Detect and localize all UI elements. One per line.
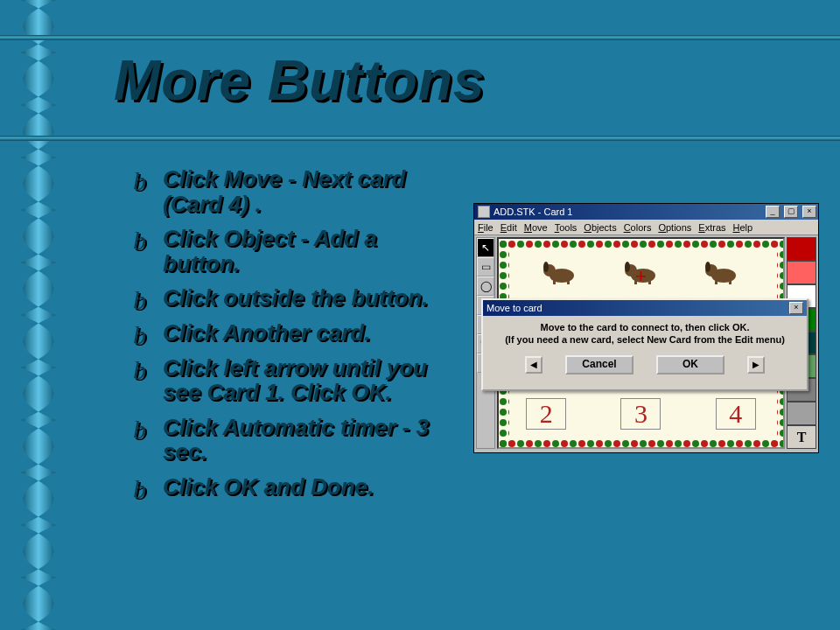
dialog-title-text: Move to card bbox=[486, 303, 542, 313]
svg-rect-4 bbox=[499, 438, 783, 447]
svg-point-14 bbox=[625, 262, 630, 272]
bullet-item: Click left arrow until you see Card 1. C… bbox=[131, 355, 455, 405]
dialog-close-button[interactable]: × bbox=[789, 302, 803, 314]
bullet-list: Click Move - Next card (Card 4) . Click … bbox=[131, 166, 455, 509]
plus-icon: + bbox=[635, 265, 647, 288]
divider-bottom bbox=[0, 136, 840, 141]
menu-objects[interactable]: Objects bbox=[584, 222, 616, 233]
svg-rect-0 bbox=[0, 0, 77, 630]
svg-rect-11 bbox=[567, 279, 570, 284]
app-icon bbox=[478, 206, 490, 218]
bullet-item: Click Another card. bbox=[131, 320, 455, 346]
menu-bar: File Edit Move Tools Objects Colors Opti… bbox=[474, 220, 818, 235]
swatch[interactable] bbox=[787, 402, 816, 425]
dog-icon bbox=[541, 258, 579, 284]
menu-help[interactable]: Help bbox=[733, 222, 753, 233]
menu-file[interactable]: File bbox=[478, 222, 494, 233]
window-titlebar[interactable]: ADD.STK - Card 1 _ ▢ × bbox=[474, 204, 818, 220]
svg-point-19 bbox=[705, 262, 710, 272]
dog-icon bbox=[703, 258, 741, 284]
dialog-instruction-2: (If you need a new card, select New Card… bbox=[490, 333, 800, 346]
card-number-box[interactable]: 2 bbox=[526, 398, 566, 430]
menu-colors[interactable]: Colors bbox=[624, 222, 652, 233]
window-title-text: ADD.STK - Card 1 bbox=[494, 206, 572, 217]
menu-options[interactable]: Options bbox=[658, 222, 691, 233]
ribbon-svg bbox=[0, 0, 77, 630]
bullet-item: Click Automatic timer - 3 sec. bbox=[131, 415, 455, 465]
ribbon-decoration bbox=[0, 0, 77, 630]
bullet-item: Click Move - Next card (Card 4) . bbox=[131, 166, 455, 216]
tool-pointer[interactable]: ↖ bbox=[477, 238, 494, 257]
maximize-button[interactable]: ▢ bbox=[784, 206, 798, 218]
menu-extras[interactable]: Extras bbox=[698, 222, 725, 233]
next-card-button[interactable]: ▶ bbox=[747, 356, 765, 374]
ok-button[interactable]: OK bbox=[656, 355, 724, 374]
svg-point-9 bbox=[543, 262, 549, 272]
minimize-button[interactable]: _ bbox=[766, 206, 780, 218]
slide-title: More Buttons bbox=[114, 48, 485, 113]
svg-rect-20 bbox=[715, 279, 718, 284]
dialog-instruction-1: Move to the card to connect to, then cli… bbox=[490, 321, 800, 333]
card-number-box[interactable]: 3 bbox=[620, 398, 661, 430]
svg-rect-3 bbox=[499, 239, 783, 249]
move-to-card-dialog: Move to card × Move to the card to conne… bbox=[481, 298, 808, 391]
card-number-row: 2 3 4 bbox=[499, 398, 783, 430]
hyperstudio-window: ADD.STK - Card 1 _ ▢ × File Edit Move To… bbox=[473, 203, 819, 453]
swatch[interactable] bbox=[787, 261, 816, 284]
tool-oval[interactable]: ◯ bbox=[477, 276, 494, 296]
swatch[interactable] bbox=[787, 237, 816, 261]
dialog-titlebar[interactable]: Move to card × bbox=[483, 300, 807, 316]
dialog-body: Move to the card to connect to, then cli… bbox=[483, 316, 807, 374]
menu-tools[interactable]: Tools bbox=[555, 222, 578, 233]
divider-top bbox=[0, 35, 840, 40]
tool-rect[interactable]: ▭ bbox=[477, 257, 494, 276]
menu-edit[interactable]: Edit bbox=[500, 222, 517, 233]
svg-rect-21 bbox=[729, 279, 732, 284]
tool-text[interactable]: T bbox=[787, 425, 816, 449]
svg-rect-16 bbox=[648, 279, 651, 284]
bullet-item: Click Object - Add a button. bbox=[131, 226, 455, 276]
prev-card-button[interactable]: ◀ bbox=[525, 356, 542, 374]
svg-rect-10 bbox=[553, 279, 556, 284]
close-button[interactable]: × bbox=[802, 206, 816, 218]
bullet-item: Click outside the button. bbox=[131, 285, 455, 311]
bullet-item: Click OK and Done. bbox=[131, 474, 455, 500]
menu-move[interactable]: Move bbox=[524, 222, 548, 233]
cancel-button[interactable]: Cancel bbox=[565, 355, 634, 374]
card-number-box[interactable]: 4 bbox=[716, 398, 756, 430]
